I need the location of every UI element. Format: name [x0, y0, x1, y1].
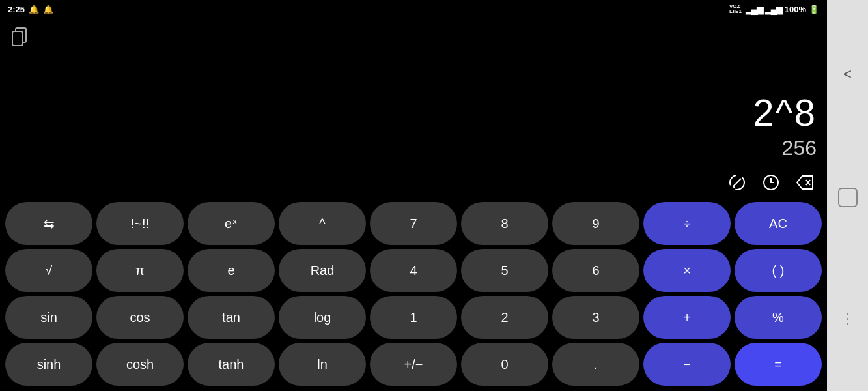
time: 2:25 — [8, 5, 25, 14]
expression-display: 2^8 — [10, 92, 817, 134]
key-two[interactable]: 2 — [461, 296, 548, 339]
key-sign[interactable]: +/− — [370, 343, 457, 386]
key-row-3: sinhcoshtanhln+/−0.−= — [5, 343, 822, 386]
key-multiply[interactable]: × — [643, 249, 731, 292]
battery-icon: 🔋 — [809, 5, 819, 14]
key-pi[interactable]: π — [96, 249, 184, 292]
key-eight[interactable]: 8 — [461, 202, 548, 245]
key-subtract[interactable]: − — [643, 343, 731, 386]
history-button[interactable] — [757, 168, 785, 197]
signal-bars-2: ▂▄▆ — [765, 4, 782, 14]
svg-line-6 — [733, 186, 735, 188]
carrier-label: VOZ LTE1 — [729, 4, 742, 14]
key-clear[interactable]: AC — [735, 202, 822, 245]
key-unit-convert[interactable]: ⇆ — [5, 202, 92, 245]
key-tan[interactable]: tan — [188, 296, 275, 339]
home-button[interactable] — [838, 188, 858, 207]
svg-rect-1 — [12, 31, 23, 46]
key-euler[interactable]: e — [188, 249, 275, 292]
key-percent[interactable]: % — [735, 296, 822, 339]
calculator-display: 2^8 256 — [0, 18, 827, 166]
key-tanh[interactable]: tanh — [188, 343, 275, 386]
status-bar: 2:25 🔔 🔔 VOZ LTE1 ▂▄▆ ▂▄▆ 100% 🔋 — [0, 0, 827, 18]
key-factorial-abs[interactable]: !~!! — [96, 202, 184, 245]
key-log[interactable]: log — [279, 296, 366, 339]
recents-button[interactable] — [847, 313, 848, 325]
copy-icon[interactable] — [10, 25, 29, 50]
phone-edge: < — [827, 0, 868, 391]
key-three[interactable]: 3 — [552, 296, 639, 339]
key-divide[interactable]: ÷ — [643, 202, 731, 245]
key-parens[interactable]: ( ) — [735, 249, 822, 292]
alarm-icon-2: 🔔 — [43, 5, 53, 14]
key-decimal[interactable]: . — [552, 343, 639, 386]
key-five[interactable]: 5 — [461, 249, 548, 292]
key-row-2: sincostanlog123+% — [5, 296, 822, 339]
key-seven[interactable]: 7 — [370, 202, 457, 245]
key-cos[interactable]: cos — [96, 296, 184, 339]
key-zero[interactable]: 0 — [461, 343, 548, 386]
battery-percent: 100% — [785, 5, 806, 14]
action-row — [0, 166, 827, 199]
key-row-0: ⇆!~!!eˣ^789÷AC — [5, 202, 822, 245]
key-cosh[interactable]: cosh — [96, 343, 184, 386]
key-sinh[interactable]: sinh — [5, 343, 92, 386]
result-display: 256 — [10, 136, 817, 160]
back-button[interactable]: < — [843, 66, 852, 83]
alarm-icon-1: 🔔 — [29, 5, 39, 14]
key-row-1: √πeRad456×( ) — [5, 249, 822, 292]
key-add[interactable]: + — [643, 296, 731, 339]
svg-line-4 — [733, 184, 736, 186]
key-nine[interactable]: 9 — [552, 202, 639, 245]
key-power[interactable]: ^ — [279, 202, 366, 245]
key-equals[interactable]: = — [735, 343, 822, 386]
backspace-button[interactable] — [791, 168, 819, 197]
key-four[interactable]: 4 — [370, 249, 457, 292]
key-six[interactable]: 6 — [552, 249, 639, 292]
signal-bars-1: ▂▄▆ — [746, 4, 763, 14]
svg-line-5 — [736, 179, 741, 184]
key-exp[interactable]: eˣ — [188, 202, 275, 245]
keyboard: ⇆!~!!eˣ^789÷AC√πeRad456×( )sincostanlog1… — [0, 199, 827, 391]
key-rad[interactable]: Rad — [279, 249, 366, 292]
key-one[interactable]: 1 — [370, 296, 457, 339]
key-sin[interactable]: sin — [5, 296, 92, 339]
key-ln[interactable]: ln — [279, 343, 366, 386]
rotate-button[interactable] — [723, 168, 751, 197]
key-sqrt[interactable]: √ — [5, 249, 92, 292]
